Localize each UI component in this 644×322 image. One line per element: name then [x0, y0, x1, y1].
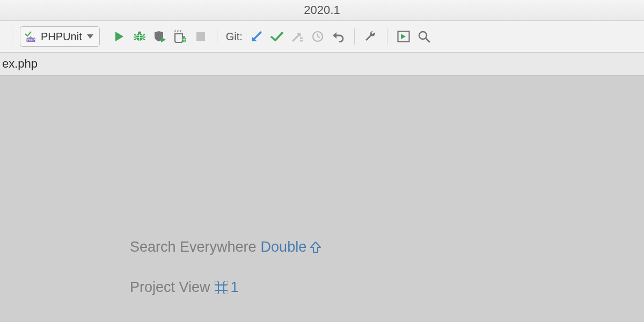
bug-icon — [133, 30, 146, 43]
wrench-icon — [364, 30, 377, 43]
profiler-icon — [173, 30, 187, 43]
svg-line-13 — [143, 39, 145, 40]
vcs-commit-button[interactable] — [268, 28, 286, 45]
shortcut-prefix: Double — [261, 237, 307, 258]
svg-rect-21 — [196, 32, 205, 41]
editor-hints: Search Everywhere Double Project View 1 — [130, 237, 321, 317]
hint-shortcut: Double — [261, 237, 322, 258]
editor-empty-state: Search Everywhere Double Project View 1 — [0, 76, 644, 322]
update-arrow-icon — [251, 31, 262, 42]
hint-search-everywhere: Search Everywhere Double — [130, 237, 321, 258]
main-toolbar: PHP PHPUnit — [0, 21, 644, 53]
toolbar-separator — [354, 28, 355, 45]
open-file-tab[interactable]: ex.php — [2, 57, 38, 71]
run-button[interactable] — [111, 28, 128, 45]
run-with-coverage-button[interactable] — [151, 28, 169, 45]
svg-line-35 — [426, 38, 429, 42]
hint-label: Project View — [130, 277, 210, 298]
vcs-rollback-button[interactable] — [330, 28, 347, 45]
svg-line-11 — [143, 34, 145, 35]
command-key-icon — [215, 281, 228, 294]
search-everywhere-button[interactable] — [415, 28, 433, 45]
phpunit-config-icon: PHP — [25, 31, 36, 42]
hint-shortcut: 1 — [215, 277, 239, 298]
shield-play-icon — [153, 30, 166, 43]
checkmark-icon — [270, 31, 283, 42]
debug-button[interactable] — [131, 28, 148, 45]
ide-settings-button[interactable] — [362, 28, 379, 45]
svg-marker-16 — [161, 37, 166, 42]
svg-line-22 — [253, 32, 261, 40]
run-configuration-label: PHPUnit — [41, 31, 82, 43]
svg-line-30 — [318, 36, 320, 38]
ide-version-label: 2020.1 — [304, 3, 340, 17]
toolbar-separator — [387, 28, 387, 45]
stop-icon — [196, 32, 206, 41]
hint-project-view: Project View 1 — [130, 277, 321, 298]
shift-key-icon — [310, 241, 321, 254]
run-anything-icon — [397, 31, 410, 42]
vcs-push-button[interactable] — [289, 28, 306, 45]
git-label: Git: — [226, 31, 243, 43]
shortcut-key: 1 — [231, 277, 239, 298]
vcs-update-button[interactable] — [248, 28, 265, 45]
hint-label: Search Everywhere — [130, 237, 257, 258]
svg-marker-31 — [333, 32, 336, 39]
toolbar-separator — [217, 28, 217, 45]
profile-button[interactable] — [172, 28, 189, 45]
search-icon — [418, 30, 430, 43]
svg-marker-4 — [115, 32, 123, 41]
window-titlebar: 2020.1 — [0, 0, 644, 21]
run-configuration-selector[interactable]: PHP PHPUnit — [20, 26, 100, 47]
play-icon — [113, 31, 125, 42]
svg-marker-3 — [87, 34, 93, 39]
stop-button[interactable] — [192, 28, 209, 45]
vcs-history-button[interactable] — [309, 28, 326, 45]
svg-line-24 — [293, 35, 299, 41]
svg-marker-33 — [401, 34, 406, 39]
dropdown-triangle-icon — [86, 34, 94, 39]
push-arrow-icon — [291, 31, 303, 42]
svg-line-10 — [134, 34, 136, 35]
undo-arrow-icon — [332, 31, 345, 42]
toolbar-separator — [12, 28, 12, 45]
history-clock-icon — [312, 31, 324, 42]
svg-line-12 — [134, 39, 136, 40]
svg-text:PHP: PHP — [27, 38, 35, 42]
editor-tab-strip: ex.php — [0, 53, 644, 76]
run-anything-button[interactable] — [395, 28, 412, 45]
